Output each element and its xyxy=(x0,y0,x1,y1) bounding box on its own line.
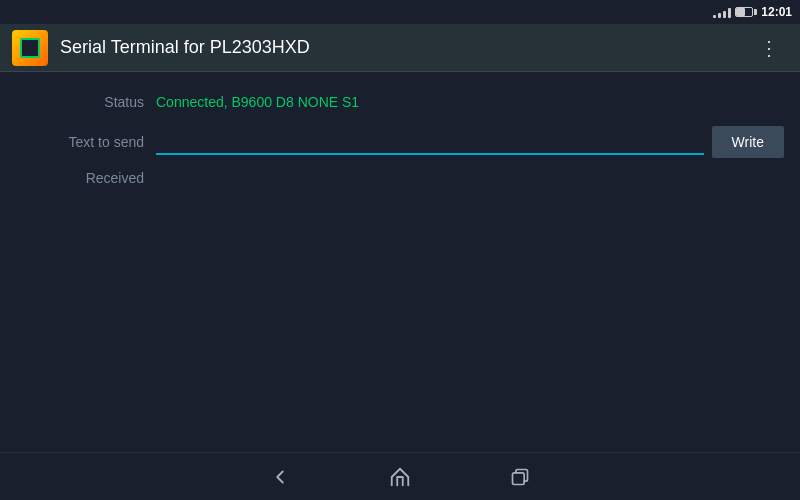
nav-bar xyxy=(0,452,800,500)
status-icons: 12:01 xyxy=(713,5,792,19)
write-button[interactable]: Write xyxy=(712,126,784,158)
received-row: Received xyxy=(0,164,800,196)
status-value: Connected, B9600 D8 NONE S1 xyxy=(156,94,359,110)
app-bar: Serial Terminal for PL2303HXD ⋮ xyxy=(0,24,800,72)
received-content xyxy=(156,170,784,190)
back-button[interactable] xyxy=(260,457,300,497)
text-to-send-input[interactable] xyxy=(156,129,704,155)
back-icon xyxy=(269,466,291,488)
text-to-send-label: Text to send xyxy=(16,134,156,150)
status-bar: 12:01 xyxy=(0,0,800,24)
svg-rect-2 xyxy=(513,472,525,484)
home-button[interactable] xyxy=(380,457,420,497)
home-icon xyxy=(389,466,411,488)
text-to-send-row: Text to send Write xyxy=(0,120,800,164)
received-label: Received xyxy=(16,170,156,186)
app-title: Serial Terminal for PL2303HXD xyxy=(60,37,751,58)
app-icon-inner xyxy=(20,38,40,58)
signal-icon xyxy=(713,6,731,18)
recent-apps-icon xyxy=(510,467,530,487)
status-label: Status xyxy=(16,94,156,110)
status-row: Status Connected, B9600 D8 NONE S1 xyxy=(0,84,800,120)
status-time: 12:01 xyxy=(761,5,792,19)
overflow-menu-button[interactable]: ⋮ xyxy=(751,32,788,64)
recent-apps-button[interactable] xyxy=(500,457,540,497)
content-area: Status Connected, B9600 D8 NONE S1 Text … xyxy=(0,72,800,452)
battery-icon xyxy=(735,7,757,17)
app-icon xyxy=(12,30,48,66)
